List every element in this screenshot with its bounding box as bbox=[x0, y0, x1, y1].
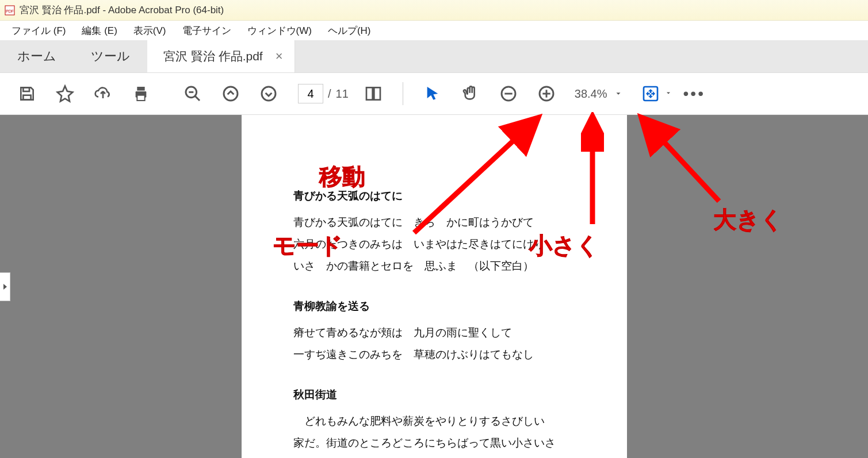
poem3-title: 秋田街道 bbox=[293, 387, 587, 402]
svg-rect-13 bbox=[374, 87, 380, 99]
poem1-line1: 青びかる天弧のはてに きらゝかに町はうかびて bbox=[293, 211, 587, 233]
zoom-in-icon[interactable] bbox=[534, 82, 559, 106]
pdf-file-icon: PDF bbox=[5, 5, 15, 16]
fit-page-icon[interactable] bbox=[638, 82, 663, 106]
menu-window[interactable]: ウィンドウ(W) bbox=[239, 22, 320, 40]
star-icon[interactable] bbox=[53, 82, 77, 106]
zoom-level-dropdown[interactable]: 38.4% bbox=[575, 87, 622, 101]
document-viewport[interactable]: 青びかる天弧のはてに 青びかる天弧のはてに きらゝかに町はうかびて 六月のたつき… bbox=[0, 115, 868, 458]
pdf-page: 青びかる天弧のはてに 青びかる天弧のはてに きらゝかに町はうかびて 六月のたつき… bbox=[242, 115, 627, 458]
page-number-input[interactable] bbox=[298, 84, 323, 103]
poem3-line2: 家だ。街道のところどころにちらばって黒い小さいさ bbox=[293, 432, 587, 454]
print-icon[interactable] bbox=[129, 82, 153, 106]
svg-rect-12 bbox=[366, 87, 373, 99]
svg-line-22 bbox=[644, 121, 719, 201]
tab-document[interactable]: 宮沢 賢治 作品.pdf × bbox=[147, 40, 295, 72]
toolbar-separator bbox=[403, 82, 403, 105]
sidebar-expand-handle[interactable] bbox=[0, 272, 10, 301]
svg-rect-2 bbox=[23, 87, 29, 91]
menubar: ファイル (F) 編集 (E) 表示(V) 電子サイン ウィンドウ(W) ヘルプ… bbox=[0, 21, 868, 40]
fit-dropdown-icon[interactable] bbox=[665, 88, 672, 99]
tabbar: ホーム ツール 宮沢 賢治 作品.pdf × bbox=[0, 40, 868, 72]
page-display-icon[interactable] bbox=[361, 82, 385, 106]
page-up-icon[interactable] bbox=[219, 82, 243, 106]
save-icon[interactable] bbox=[15, 82, 39, 106]
menu-view[interactable]: 表示(V) bbox=[125, 22, 174, 40]
zoom-out-icon[interactable] bbox=[496, 82, 521, 106]
more-tools-icon[interactable]: ••• bbox=[683, 84, 705, 103]
menu-file[interactable]: ファイル (F) bbox=[3, 22, 74, 40]
tab-document-label: 宮沢 賢治 作品.pdf bbox=[163, 48, 263, 64]
svg-rect-5 bbox=[137, 87, 144, 91]
page-separator: / bbox=[328, 87, 331, 101]
svg-rect-3 bbox=[23, 95, 30, 100]
annotation-larger: 大きく bbox=[713, 204, 783, 236]
menu-help[interactable]: ヘルプ(H) bbox=[320, 22, 379, 40]
tab-home[interactable]: ホーム bbox=[0, 40, 74, 72]
svg-text:PDF: PDF bbox=[6, 9, 14, 13]
page-total: 11 bbox=[336, 87, 349, 101]
svg-line-8 bbox=[195, 96, 200, 101]
poem3-line1: どれもみんな肥料や薪炭をやりとりするさびしい bbox=[293, 410, 587, 432]
poem1-line3: いさゝかの書籍とセロを 思ふまゝ（以下空白） bbox=[293, 255, 587, 277]
zoom-value: 38.4% bbox=[575, 87, 607, 101]
svg-rect-19 bbox=[644, 87, 657, 101]
annotation-arrow-3 bbox=[633, 112, 736, 215]
menu-edit[interactable]: 編集 (E) bbox=[74, 22, 125, 40]
poem2-line2: 一すぢ遠きこのみちを 草穂のけぶりはてもなし bbox=[293, 344, 587, 365]
page-navigator: / 11 bbox=[293, 84, 349, 103]
tab-close-icon[interactable]: × bbox=[276, 49, 283, 64]
titlebar: PDF 宮沢 賢治 作品.pdf - Adobe Acrobat Pro (64… bbox=[0, 0, 868, 21]
select-cursor-icon[interactable] bbox=[420, 82, 445, 106]
svg-rect-6 bbox=[137, 95, 144, 101]
search-icon[interactable] bbox=[181, 82, 205, 106]
menu-esign[interactable]: 電子サイン bbox=[174, 22, 239, 40]
toolbar: / 11 38.4% ••• bbox=[0, 72, 868, 115]
hand-tool-icon[interactable] bbox=[458, 82, 483, 106]
chevron-down-icon bbox=[614, 87, 622, 101]
page-down-icon[interactable] bbox=[257, 82, 281, 106]
window-title: 宮沢 賢治 作品.pdf - Adobe Acrobat Pro (64-bit… bbox=[20, 3, 224, 17]
poem1-line2: 六月のたつきのみちは いまやはた尽きはてにけり bbox=[293, 233, 587, 255]
svg-point-10 bbox=[224, 87, 238, 101]
poem2-line1: 瘠せて青めるなが頬は 九月の雨に聖くして bbox=[293, 322, 587, 344]
poem2-title: 青柳教諭を送る bbox=[293, 299, 587, 314]
tab-tools[interactable]: ツール bbox=[74, 40, 147, 72]
poem1-title: 青びかる天弧のはてに bbox=[293, 188, 587, 203]
svg-point-11 bbox=[262, 87, 276, 101]
cloud-upload-icon[interactable] bbox=[91, 82, 115, 106]
